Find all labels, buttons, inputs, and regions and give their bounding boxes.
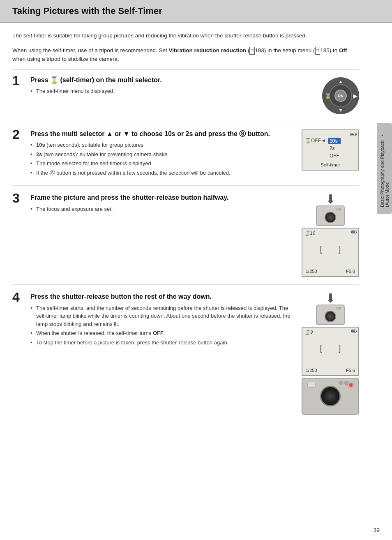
step-4-lcd-battery xyxy=(351,330,356,332)
step-4-shutter-group: ⬇ xyxy=(316,292,345,325)
step-3-shutter-group: ⬇ xyxy=(316,193,345,226)
camera-selftimer-lamp xyxy=(349,383,353,387)
step-4-title: Press the shutter-release button the res… xyxy=(30,292,294,301)
lcd-top-bar xyxy=(305,133,356,136)
camera-btn-1 xyxy=(339,381,343,385)
step-2-image: ⌛OFF◄ 10s 2s OFF Self-timer xyxy=(302,129,359,171)
step-3-number: 3 xyxy=(12,192,28,205)
step-4-lcd: ⌛9 [ ] 1/250 F5.6 xyxy=(302,327,359,376)
lcd2-battery-fill xyxy=(352,231,355,233)
shutter-btn xyxy=(337,208,341,210)
step-4-camera xyxy=(316,305,345,325)
intro-paragraph1: The self-timer is suitable for taking gr… xyxy=(12,31,359,40)
step-4-bracket-right: ] xyxy=(339,344,341,353)
step-3-camera xyxy=(316,205,345,226)
step-2-title: Press the multi selector ▲ or ▼ to choos… xyxy=(30,129,294,138)
step-3-image: ⬇ ⌛10 [ ] 1/250 xyxy=(302,193,359,277)
step-4-body: Press the shutter-release button the res… xyxy=(28,292,294,348)
step-3-body: Frame the picture and press the shutter-… xyxy=(28,193,294,214)
step-3-bullet-1: The focus and exposure are set. xyxy=(30,205,294,213)
step-4-image: ⬇ ⌛9 [ ] 1/250 xyxy=(302,292,359,415)
step-4-shutter-arrow: ⬇ xyxy=(325,292,336,305)
step-4-bullet-1: The self-timer starts, and the number of… xyxy=(30,304,294,328)
ms-arrow-top: ▲ xyxy=(339,79,343,84)
shutter-down-arrow: ⬇ xyxy=(325,193,336,205)
multi-selector-diagram: ▲ ▼ ⌛ ▶ OK xyxy=(322,77,359,114)
step-1-bullets: The self-timer menu is displayed. xyxy=(30,87,315,95)
lcd-timer-off-label: ⌛OFF◄ xyxy=(305,138,326,143)
bracket-left: [ xyxy=(320,245,322,254)
ok-button: OK xyxy=(334,90,347,102)
step-4-camera-group: ⬇ ⌛9 [ ] 1/250 xyxy=(302,292,359,415)
step-4-focus-brackets: [ ] xyxy=(304,335,356,362)
step-4-timer-icon: ⌛9 xyxy=(304,330,356,335)
step-2-bullet-1: 10s (ten seconds): suitable for group pi… xyxy=(30,141,294,149)
section-divider xyxy=(12,69,359,70)
lens xyxy=(325,212,336,223)
step-4-shutter-val: 1/250 xyxy=(306,368,317,373)
step-3-camera-group: ⬇ ⌛10 [ ] 1/250 xyxy=(302,193,359,277)
step-3-aperture-val: F5.6 xyxy=(346,269,355,274)
step-4-number: 4 xyxy=(12,291,28,304)
page-header: Taking Pictures with the Self-Timer xyxy=(0,0,392,23)
camera-lens xyxy=(320,386,341,406)
step-4: 4 Press the shutter-release button the r… xyxy=(12,292,359,422)
camera-top-buttons xyxy=(339,381,348,385)
step-4-bracket-left: [ xyxy=(320,344,322,353)
page-title: Taking Pictures with the Self-Timer xyxy=(12,6,380,16)
ms-selftimer-icon: ⌛ xyxy=(325,92,331,99)
step-2-body: Press the multi selector ▲ or ▼ to choos… xyxy=(28,129,294,178)
lcd-caption: Self-timer xyxy=(305,161,356,167)
step-4-lens xyxy=(325,311,336,322)
step-4-aperture-val: F5.6 xyxy=(346,368,355,373)
step-3-lcd: ⌛10 [ ] 1/250 F5.6 xyxy=(302,228,359,277)
lcd-battery xyxy=(350,133,356,136)
step-2-bullet-4: If the Ⓢ button is not pressed within a … xyxy=(30,169,294,177)
main-content: The self-timer is suitable for taking gr… xyxy=(0,23,392,438)
step-2-lcd: ⌛OFF◄ 10s 2s OFF Self-timer xyxy=(302,129,359,171)
lcd-option-10s: 10s xyxy=(328,138,341,144)
ms-inner-ring: OK xyxy=(329,84,352,107)
step-3-shutter-val: 1/250 xyxy=(306,269,317,274)
page-number: 39 xyxy=(373,527,380,533)
step-1-bullet-1: The self-timer menu is displayed. xyxy=(30,87,315,95)
step-3-title: Frame the picture and press the shutter-… xyxy=(30,193,294,202)
side-tab: Basic Photography and Playback: ▪ (Auto)… xyxy=(377,123,392,214)
step-1-image: ▲ ▼ ⌛ ▶ OK xyxy=(322,76,359,114)
step-3-focus-brackets: [ ] xyxy=(304,236,356,263)
ms-arrow-bottom: ▼ xyxy=(339,108,343,113)
lcd2-battery xyxy=(351,231,356,233)
step-1: 1 Press ⌛ (self-timer) on the multi sele… xyxy=(12,76,359,122)
step-4-camera-photo xyxy=(302,378,359,415)
step-2-bullets: 10s (ten seconds): suitable for group pi… xyxy=(30,141,294,177)
step-2: 2 Press the multi selector ▲ or ▼ to cho… xyxy=(12,129,359,186)
intro-paragraph2: When using the self-timer, use of a trip… xyxy=(12,46,359,64)
lcd-battery-fill xyxy=(351,134,354,135)
camera-flash xyxy=(307,382,316,388)
lcd-menu-area: ⌛OFF◄ 10s 2s OFF xyxy=(305,138,356,159)
step-4-bullet-3: To stop the timer before a picture is ta… xyxy=(30,339,294,347)
step-1-body: Press ⌛ (self-timer) on the multi select… xyxy=(28,76,315,97)
step-1-title: Press ⌛ (self-timer) on the multi select… xyxy=(30,76,315,85)
lcd-menu: 10s 2s OFF xyxy=(328,138,341,159)
lcd-option-off: OFF xyxy=(328,152,341,159)
step-4-bullets: The self-timer starts, and the number of… xyxy=(30,304,294,347)
bracket-right: ] xyxy=(339,245,341,254)
step-2-number: 2 xyxy=(12,128,28,141)
step-1-number: 1 xyxy=(12,74,28,87)
ms-playback-icon: ▶ xyxy=(353,92,357,99)
lcd-option-2s: 2s xyxy=(328,145,341,152)
step-4-battery-fill xyxy=(352,330,355,332)
step-3: 3 Frame the picture and press the shutte… xyxy=(12,193,359,285)
step-4-shutter-btn xyxy=(337,307,341,309)
step-3-timer-icon: ⌛10 xyxy=(304,231,356,236)
step-2-bullet-3: The mode selected for the self-timer is … xyxy=(30,159,294,168)
camera-btn-2 xyxy=(344,381,348,385)
step-2-bullet-2: 2s (two seconds): suitable for preventin… xyxy=(30,150,294,159)
step-3-bullets: The focus and exposure are set. xyxy=(30,205,294,213)
step-4-bullet-2: When the shutter is released, the self-t… xyxy=(30,329,294,337)
